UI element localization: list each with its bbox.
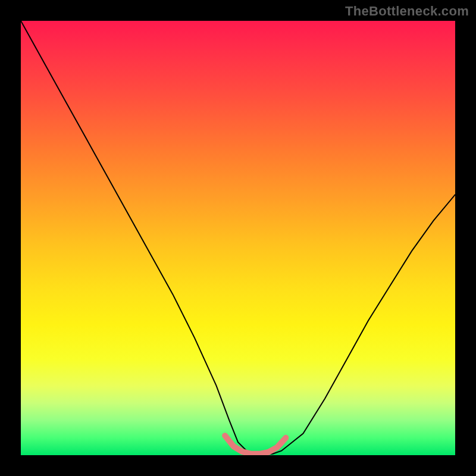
chart-container: TheBottleneck.com: [0, 0, 476, 476]
curve-svg: [21, 21, 455, 455]
watermark-text: TheBottleneck.com: [345, 4, 469, 19]
bottleneck-curve-path: [21, 21, 455, 455]
optimal-zone-path: [225, 436, 286, 454]
plot-area: [21, 21, 455, 455]
